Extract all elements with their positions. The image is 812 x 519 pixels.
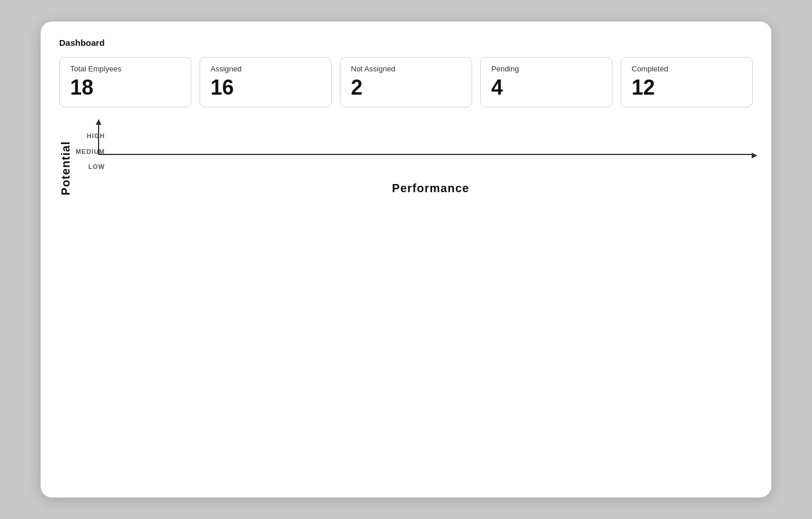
stat-value-3: 4 (491, 75, 601, 100)
stat-value-4: 12 (632, 75, 742, 100)
stat-box-1: Assigned 16 (200, 57, 332, 107)
stat-box-2: Not Assigned 2 (340, 57, 472, 107)
stat-label-3: Pending (491, 64, 601, 73)
dashboard-title: Dashboard (59, 38, 753, 48)
stat-box-0: Total Emplyees 18 (59, 57, 191, 107)
stat-value-1: 16 (211, 75, 321, 100)
stat-label-1: Assigned (211, 64, 321, 73)
axis-arrow-y (96, 119, 102, 125)
x-axis-label: Performance (108, 182, 753, 195)
stat-box-3: Pending 4 (480, 57, 612, 107)
matrix-grid (108, 124, 753, 176)
stat-label-0: Total Emplyees (70, 64, 180, 73)
dashboard-card: Dashboard Total Emplyees 18 Assigned 16 … (41, 21, 771, 498)
y-axis-ticks: HIGHMEDIUMLOW (75, 124, 105, 195)
stat-label-4: Completed (632, 64, 742, 73)
axis-line-x (98, 154, 753, 155)
stat-box-4: Completed 12 (621, 57, 753, 107)
grid-and-axis: Performance (108, 124, 753, 195)
stat-value-2: 2 (351, 75, 461, 100)
x-labels (108, 176, 753, 179)
y-tick-2: LOW (75, 163, 105, 170)
matrix-inner: Potential HIGHMEDIUMLOW Performance (59, 124, 753, 195)
stat-label-2: Not Assigned (351, 64, 461, 73)
y-tick-0: HIGH (75, 132, 105, 139)
matrix-container: Potential HIGHMEDIUMLOW Performance (59, 124, 753, 195)
axis-arrow-x (752, 153, 757, 158)
y-axis-label: Potential (59, 124, 72, 195)
axis-line-y (98, 124, 99, 155)
stat-value-0: 18 (70, 75, 180, 100)
stats-row: Total Emplyees 18 Assigned 16 Not Assign… (59, 57, 753, 107)
